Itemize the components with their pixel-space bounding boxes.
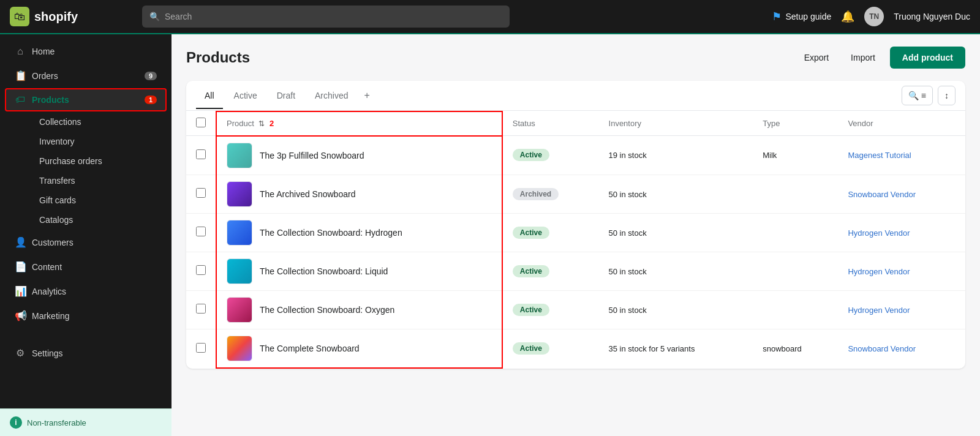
sidebar-item-catalogs[interactable]: Catalogs: [32, 210, 167, 230]
sort-button[interactable]: ↕: [938, 86, 956, 105]
import-button[interactable]: Import: [843, 48, 883, 67]
product-col-content: The Collection Snowboard: Liquid: [227, 258, 492, 284]
sidebar-item-marketing[interactable]: 📢 Marketing: [5, 304, 167, 328]
customers-icon: 👤: [15, 236, 26, 248]
export-button[interactable]: Export: [797, 48, 836, 67]
status-cell: Active: [502, 329, 599, 368]
inventory-text: 19 in stock: [609, 151, 647, 160]
sidebar-item-collections[interactable]: Collections: [32, 112, 167, 132]
sidebar-item-orders[interactable]: 📋 Orders 9: [5, 64, 167, 88]
status-badge: Active: [513, 304, 549, 316]
row-checkbox-cell: [186, 136, 216, 175]
type-cell: [753, 252, 838, 290]
vendor-link[interactable]: Hydrogen Vendor: [848, 267, 910, 276]
table-row[interactable]: The Complete Snowboard Active 35 in stoc…: [186, 329, 965, 368]
row-checkbox-cell: [186, 290, 216, 329]
table-row[interactable]: The Collection Snowboard: Liquid Active …: [186, 252, 965, 290]
select-all-checkbox[interactable]: [196, 118, 206, 127]
vendor-cell: Hydrogen Vendor: [838, 213, 965, 252]
product-name-cell[interactable]: The Archived Snowboard: [216, 175, 502, 213]
tab-active[interactable]: Active: [225, 83, 266, 109]
table-row[interactable]: The Collection Snowboard: Hydrogen Activ…: [186, 213, 965, 252]
row-checkbox-cell: [186, 252, 216, 290]
vendor-text: Magenest Tutorial: [848, 151, 911, 160]
row-checkbox-cell: [186, 329, 216, 368]
setup-guide-button[interactable]: ⚑ Setup guide: [772, 10, 831, 23]
status-cell: Active: [502, 136, 599, 175]
table-row[interactable]: The Collection Snowboard: Oxygen Active …: [186, 290, 965, 329]
inventory-col-header: Inventory: [599, 111, 753, 136]
products-badge: 1: [145, 96, 157, 104]
vendor-link[interactable]: Hydrogen Vendor: [848, 306, 910, 315]
sidebar-item-settings[interactable]: ⚙ Settings: [5, 341, 167, 365]
type-cell: snowboard: [753, 329, 838, 368]
sidebar-item-inventory[interactable]: Inventory: [32, 132, 167, 151]
row-checkbox[interactable]: [196, 304, 206, 314]
product-name-cell[interactable]: The 3p Fulfilled Snowboard: [216, 136, 502, 175]
search-bar[interactable]: 🔍: [142, 6, 510, 28]
product-col-header: Product ⇅ 2: [216, 111, 502, 136]
inventory-text: 50 in stock: [609, 228, 647, 238]
marketing-icon: 📢: [15, 310, 26, 321]
status-badge: Active: [513, 227, 549, 239]
row-checkbox[interactable]: [196, 188, 206, 198]
sidebar-item-gift-cards[interactable]: Gift cards: [32, 190, 167, 210]
tab-draft[interactable]: Draft: [268, 83, 304, 109]
row-checkbox[interactable]: [196, 227, 206, 236]
sidebar-item-analytics[interactable]: 📊 Analytics: [5, 279, 167, 303]
filter-icon: ≡: [921, 91, 926, 100]
page-title: Products: [186, 49, 250, 66]
table-row[interactable]: The Archived Snowboard Archived 50 in st…: [186, 175, 965, 213]
sidebar-item-transfers[interactable]: Transfers: [32, 171, 167, 190]
row-checkbox[interactable]: [196, 149, 206, 159]
vendor-cell: Hydrogen Vendor: [838, 290, 965, 329]
status-badge: Archived: [513, 188, 559, 200]
row-checkbox[interactable]: [196, 343, 206, 353]
sidebar-item-content[interactable]: 📄 Content: [5, 255, 167, 279]
product-name: The Collection Snowboard: Liquid: [260, 266, 388, 276]
tabs-bar: All Active Draft Archived + 🔍 ≡ ↕: [186, 81, 965, 111]
non-transferable-bar[interactable]: i Non-transferable: [0, 408, 172, 436]
sidebar-item-purchase-orders[interactable]: Purchase orders: [32, 151, 167, 171]
product-name: The Archived Snowboard: [260, 189, 355, 199]
content-icon: 📄: [15, 261, 26, 272]
page-header: Products Export Import Add product: [186, 47, 965, 69]
avatar: TN: [864, 7, 884, 26]
sidebar: ⌂ Home 📋 Orders 9 🏷 Products 1 Collectio…: [0, 34, 172, 436]
header-actions: Export Import Add product: [797, 47, 965, 69]
tab-archived[interactable]: Archived: [306, 83, 356, 109]
vendor-link[interactable]: Snowboard Vendor: [848, 344, 916, 353]
row-checkbox-cell: [186, 175, 216, 213]
sidebar-item-customers[interactable]: 👤 Customers: [5, 230, 167, 254]
search-filter-button[interactable]: 🔍 ≡: [902, 86, 933, 105]
flag-icon: ⚑: [772, 10, 782, 23]
status-cell: Active: [502, 252, 599, 290]
product-col-content: The Complete Snowboard: [227, 336, 492, 361]
product-name-cell[interactable]: The Complete Snowboard: [216, 329, 502, 368]
vendor-link[interactable]: Snowboard Vendor: [848, 190, 916, 199]
orders-badge: 9: [145, 72, 157, 80]
tab-all[interactable]: All: [196, 83, 223, 109]
table-row[interactable]: The 3p Fulfilled Snowboard Active 19 in …: [186, 136, 965, 175]
inventory-cell: 19 in stock: [599, 136, 753, 175]
products-card: All Active Draft Archived + 🔍 ≡ ↕: [186, 81, 965, 369]
search-input[interactable]: [165, 12, 502, 21]
sidebar-item-products[interactable]: 🏷 Products 1: [5, 88, 167, 111]
product-name-cell[interactable]: The Collection Snowboard: Oxygen: [216, 290, 502, 329]
status-cell: Archived: [502, 175, 599, 213]
add-product-button[interactable]: Add product: [890, 47, 965, 69]
topbar-right: ⚑ Setup guide 🔔 TN Truong Nguyen Duc: [772, 7, 970, 26]
inventory-text: 35 in stock for 5 variants: [609, 344, 695, 353]
products-submenu: Collections Inventory Purchase orders Tr…: [0, 112, 172, 230]
product-name-cell[interactable]: The Collection Snowboard: Liquid: [216, 252, 502, 290]
notifications-bell-icon[interactable]: 🔔: [841, 10, 854, 23]
search-icon: 🔍: [149, 12, 160, 21]
sidebar-item-home[interactable]: ⌂ Home: [5, 40, 167, 63]
inventory-cell: 50 in stock: [599, 290, 753, 329]
vendor-link[interactable]: Hydrogen Vendor: [848, 228, 910, 238]
status-col-header: Status: [502, 111, 599, 136]
row-checkbox[interactable]: [196, 265, 206, 275]
tab-add-button[interactable]: +: [360, 83, 375, 108]
vendor-cell: Hydrogen Vendor: [838, 252, 965, 290]
product-name-cell[interactable]: The Collection Snowboard: Hydrogen: [216, 213, 502, 252]
